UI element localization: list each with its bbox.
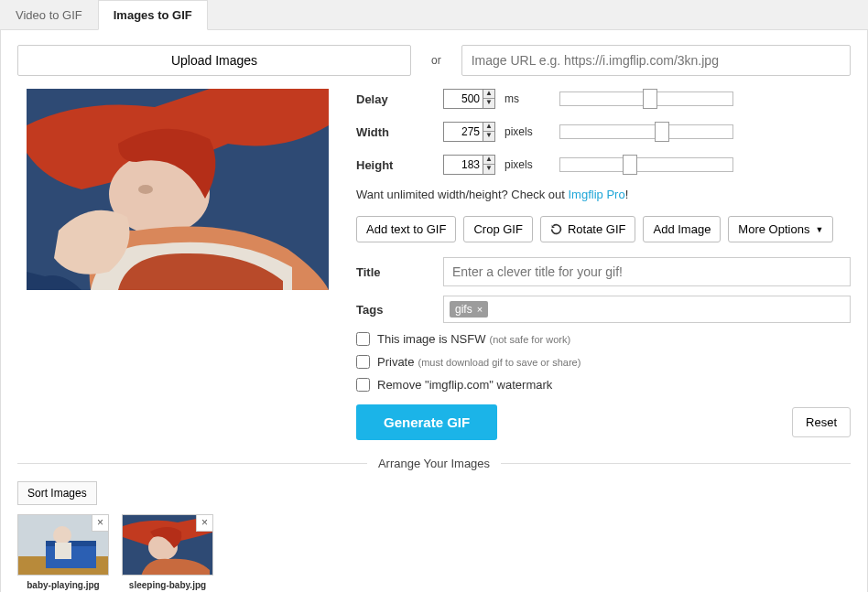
image-url-input[interactable]	[461, 45, 851, 76]
arrange-heading: Arrange Your Images	[378, 457, 490, 470]
upload-images-button[interactable]: Upload Images	[17, 45, 411, 76]
tags-label: Tags	[356, 303, 443, 317]
tag-remove-icon[interactable]: ×	[477, 304, 483, 315]
watermark-checkbox[interactable]	[356, 378, 370, 392]
title-label: Title	[356, 265, 443, 279]
width-input[interactable]	[443, 122, 483, 142]
private-checkbox-row[interactable]: Private(must download gif to save or sha…	[356, 355, 851, 369]
svg-point-2	[138, 185, 153, 194]
tab-images-to-gif[interactable]: Images to GIF	[98, 0, 208, 30]
thumb-item[interactable]: × baby-playing.jpg	[17, 514, 109, 590]
chevron-down-icon: ▼	[815, 225, 823, 234]
watermark-checkbox-row[interactable]: Remove "imgflip.com" watermark	[356, 378, 851, 392]
width-spinner[interactable]: ▲▼	[483, 122, 495, 142]
delay-slider[interactable]	[559, 91, 733, 106]
reset-button[interactable]: Reset	[792, 407, 851, 437]
or-label: or	[426, 54, 447, 67]
main-panel: Upload Images or	[0, 30, 868, 592]
height-slider[interactable]	[559, 157, 733, 172]
add-image-button[interactable]: Add Image	[643, 216, 721, 242]
nsfw-checkbox-row[interactable]: This image is NSFW(not safe for work)	[356, 332, 851, 346]
promo-text: Want unlimited width/height? Check out I…	[356, 188, 851, 201]
crop-gif-button[interactable]: Crop GIF	[463, 216, 532, 242]
generate-gif-button[interactable]: Generate GIF	[356, 404, 497, 440]
height-unit: pixels	[505, 158, 541, 171]
height-label: Height	[356, 158, 443, 172]
divider	[17, 463, 367, 464]
svg-point-7	[53, 526, 71, 544]
title-input[interactable]	[443, 257, 851, 286]
delay-label: Delay	[356, 92, 443, 106]
imgflip-pro-link[interactable]: Imgflip Pro	[568, 188, 624, 201]
height-row: Height ▲▼ pixels	[356, 155, 851, 175]
width-slider[interactable]	[559, 124, 733, 139]
height-spinner[interactable]: ▲▼	[483, 155, 495, 175]
height-input[interactable]	[443, 155, 483, 175]
tag-chip: gifs ×	[450, 301, 488, 318]
thumb-item[interactable]: × sleeping-baby.jpg	[122, 514, 213, 590]
divider	[501, 463, 851, 464]
thumb-remove-icon[interactable]: ×	[92, 515, 108, 532]
width-unit: pixels	[505, 125, 541, 138]
thumb-filename: sleeping-baby.jpg	[122, 580, 213, 590]
thumb-remove-icon[interactable]: ×	[196, 515, 212, 532]
width-row: Width ▲▼ pixels	[356, 122, 851, 142]
svg-rect-8	[55, 543, 71, 559]
rotate-gif-button[interactable]: Rotate GIF	[540, 216, 636, 242]
tab-video-to-gif[interactable]: Video to GIF	[0, 0, 98, 29]
preview-image	[27, 89, 329, 290]
delay-input[interactable]	[443, 89, 483, 109]
tags-input[interactable]: gifs ×	[443, 296, 851, 323]
private-checkbox[interactable]	[356, 355, 370, 369]
nsfw-checkbox[interactable]	[356, 332, 370, 346]
add-text-button[interactable]: Add text to GIF	[356, 216, 456, 242]
sort-images-button[interactable]: Sort Images	[17, 481, 97, 505]
more-options-button[interactable]: More Options▼	[728, 216, 833, 242]
width-label: Width	[356, 125, 443, 139]
thumb-filename: baby-playing.jpg	[17, 580, 109, 590]
rotate-icon	[550, 223, 562, 235]
tab-bar: Video to GIF Images to GIF	[0, 0, 868, 30]
delay-spinner[interactable]: ▲▼	[483, 89, 495, 109]
delay-unit: ms	[505, 92, 541, 105]
delay-row: Delay ▲▼ ms	[356, 89, 851, 109]
